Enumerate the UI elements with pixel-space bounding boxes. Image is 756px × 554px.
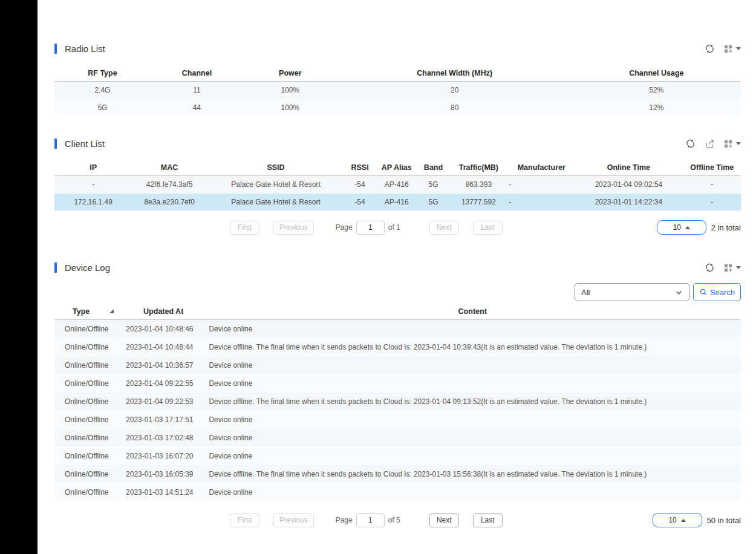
- column-settings-icon[interactable]: [724, 263, 741, 272]
- section-accent-bar: [54, 44, 57, 54]
- first-page-button[interactable]: First: [230, 221, 259, 235]
- log-row[interactable]: Online/Offline 2023-01-03 16:07:20 Devic…: [54, 447, 741, 465]
- log-time-cell: 2023-01-04 10:48:44: [121, 343, 204, 351]
- log-time-cell: 2023-01-03 16:05:39: [121, 470, 204, 478]
- log-type-cell: Online/Offline: [54, 397, 121, 406]
- log-row[interactable]: Online/Offline 2023-01-04 09:22:55 Devic…: [54, 374, 741, 393]
- log-row[interactable]: Online/Offline 2023-01-03 17:17:51 Devic…: [54, 411, 741, 429]
- export-icon[interactable]: [705, 138, 715, 149]
- column-header: Channel Usage: [572, 69, 741, 77]
- column-settings-icon[interactable]: [724, 44, 741, 53]
- log-type-selected-value: All: [581, 288, 590, 297]
- page-size-select[interactable]: 10: [653, 513, 702, 527]
- manufacturer-cell: -: [509, 198, 574, 206]
- column-header: AP Alias: [375, 163, 419, 172]
- last-page-button[interactable]: Last: [473, 513, 503, 527]
- main-content: Radio List RF Type Channel Power Channel…: [37, 0, 756, 554]
- column-header: Updated At: [121, 307, 204, 316]
- column-header: RSSI: [345, 163, 375, 172]
- log-time-cell: 2023-01-03 16:07:20: [121, 452, 204, 460]
- offline-time-cell: -: [683, 198, 741, 206]
- ssid-cell: Palace Gate Hotel & Resort: [207, 180, 345, 189]
- triangle-up-icon: [681, 519, 686, 522]
- offline-time-cell: -: [683, 180, 741, 189]
- mac-cell: 8e3a.e230.7ef0: [132, 198, 207, 206]
- device-table-header: Type Updated At Content: [54, 303, 741, 320]
- channel-cell: 44: [151, 103, 243, 112]
- page-number-input[interactable]: [356, 513, 385, 527]
- page-size-select[interactable]: 10: [657, 220, 706, 235]
- table-row[interactable]: - 42f6.fe74.3af5 Palace Gate Hotel & Res…: [54, 176, 741, 194]
- refresh-icon[interactable]: [705, 44, 715, 54]
- previous-page-button[interactable]: Previous: [273, 221, 314, 235]
- ap-alias-cell: AP-416: [375, 180, 419, 189]
- column-header: Band: [419, 163, 449, 172]
- log-content-cell: Device offline. The final time when it s…: [204, 470, 741, 478]
- column-header: Online Time: [574, 163, 683, 172]
- column-header: Manufacturer: [509, 163, 574, 172]
- page-of-label: of 5: [388, 516, 400, 524]
- refresh-icon[interactable]: [705, 262, 715, 273]
- device-log-table: Type Updated At Content Online/Offline 2…: [54, 303, 741, 501]
- log-type-select[interactable]: All: [575, 283, 689, 301]
- log-row[interactable]: Online/Offline 2023-01-03 14:51:24 Devic…: [54, 483, 741, 501]
- page-number-input[interactable]: [356, 221, 385, 235]
- column-settings-icon[interactable]: [724, 139, 741, 148]
- client-list-pagination: First Previous Page of 1 Next Last 10 2 …: [54, 220, 741, 235]
- log-type-cell: Online/Offline: [54, 343, 121, 351]
- sort-ascending-icon: [109, 309, 114, 313]
- table-row[interactable]: 2.4G 11 100% 20 52%: [54, 82, 741, 99]
- previous-page-button[interactable]: Previous: [273, 513, 314, 527]
- next-page-button[interactable]: Next: [429, 221, 459, 235]
- log-content-cell: Device offline. The final time when it s…: [204, 343, 741, 351]
- log-row[interactable]: Online/Offline 2023-01-04 09:22:53 Devic…: [54, 393, 741, 411]
- ip-cell: 172.16.1.49: [54, 198, 132, 206]
- log-row[interactable]: Online/Offline 2023-01-04 10:48:46 Devic…: [54, 320, 741, 338]
- last-page-button[interactable]: Last: [473, 221, 503, 235]
- log-type-cell: Online/Offline: [54, 434, 121, 442]
- section-accent-bar: [54, 138, 57, 149]
- search-button[interactable]: Search: [693, 283, 741, 301]
- device-log-pagination: First Previous Page of 5 Next Last 10 50…: [54, 512, 741, 528]
- log-type-cell: Online/Offline: [54, 379, 121, 388]
- log-time-cell: 2023-01-04 09:22:53: [121, 397, 204, 406]
- caret-down-icon: [736, 142, 741, 145]
- channel-cell: 11: [151, 86, 243, 94]
- collapsed-sidebar: [0, 0, 37, 554]
- page-label: Page: [336, 516, 353, 524]
- log-row[interactable]: Online/Offline 2023-01-03 16:05:39 Devic…: [54, 465, 741, 483]
- band-cell: 5G: [419, 198, 449, 206]
- column-header: Content: [204, 307, 741, 316]
- client-list-header: Client List: [54, 137, 741, 149]
- client-table-header: IP MAC SSID RSSI AP Alias Band Traffic(M…: [54, 159, 741, 176]
- log-content-cell: Device online: [204, 361, 741, 370]
- chevron-down-icon: [675, 288, 683, 296]
- page-of-label: of 1: [388, 223, 400, 232]
- log-row[interactable]: Online/Offline 2023-01-03 17:02:48 Devic…: [54, 429, 741, 447]
- log-time-cell: 2023-01-03 17:17:51: [121, 416, 204, 424]
- rf-type-cell: 2.4G: [54, 86, 151, 94]
- log-row[interactable]: Online/Offline 2023-01-04 10:36:57 Devic…: [54, 356, 741, 374]
- power-cell: 100%: [243, 86, 337, 94]
- column-header: Traffic(MB): [448, 163, 509, 172]
- online-time-cell: 2023-01-04 09:02:54: [574, 180, 683, 189]
- client-list-title: Client List: [65, 138, 105, 149]
- total-count-label: 2 in total: [711, 223, 741, 232]
- radio-table-header: RF Type Channel Power Channel Width (MHz…: [54, 65, 741, 82]
- column-header: Channel Width (MHz): [337, 69, 572, 77]
- log-row[interactable]: Online/Offline 2023-01-04 10:48:44 Devic…: [54, 338, 741, 356]
- traffic-cell: 13777.592: [448, 198, 509, 206]
- channel-usage-cell: 52%: [572, 86, 741, 94]
- column-header-sortable[interactable]: Type: [54, 307, 121, 316]
- column-header: MAC: [132, 163, 207, 172]
- refresh-icon[interactable]: [685, 138, 696, 149]
- caret-down-icon: [736, 47, 741, 50]
- first-page-button[interactable]: First: [230, 513, 259, 527]
- page-label: Page: [336, 223, 353, 232]
- table-row-selected[interactable]: 172.16.1.49 8e3a.e230.7ef0 Palace Gate H…: [54, 194, 741, 211]
- client-list-table: IP MAC SSID RSSI AP Alias Band Traffic(M…: [54, 159, 741, 211]
- next-page-button[interactable]: Next: [429, 513, 459, 527]
- device-log-title: Device Log: [65, 262, 110, 273]
- table-row[interactable]: 5G 44 100% 80 12%: [54, 99, 741, 117]
- column-header: Power: [243, 69, 337, 77]
